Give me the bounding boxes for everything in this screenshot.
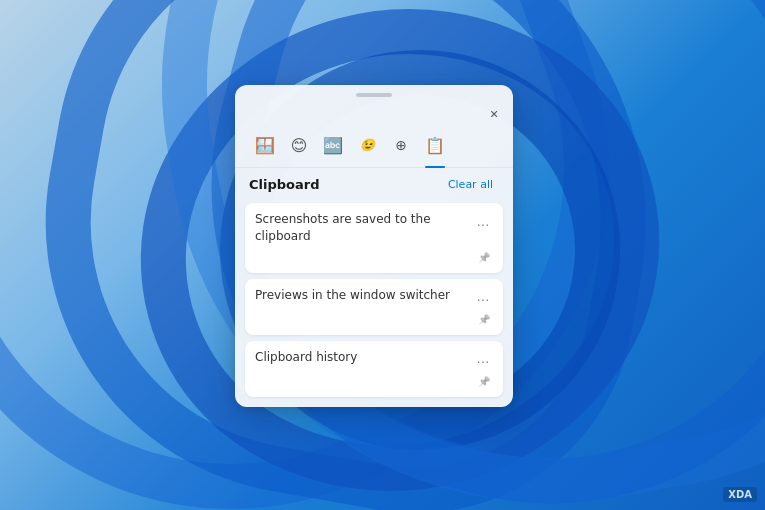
item-top-row: Clipboard history … [255,349,493,369]
item-bottom-row [255,249,493,267]
tab-symbols-icon[interactable]: ⊕ [385,129,417,161]
panel-header: Clipboard Clear all [235,168,513,199]
item-top-row: Screenshots are saved to the clipboard … [255,211,493,245]
drag-indicator [356,93,392,97]
tab-emoji-icon[interactable]: 😊 [283,129,315,161]
clipboard-items-list: Screenshots are saved to the clipboard …… [235,199,513,407]
clipboard-item[interactable]: Clipboard history … [245,341,503,397]
pin-button[interactable] [475,249,493,267]
clipboard-panel: ✕ 🪟 😊 🔤 😉 ⊕ 📋 Clipboard Clear all Screen… [235,85,513,407]
clipboard-item[interactable]: Previews in the window switcher … [245,279,503,335]
tab-clipboard-icon[interactable]: 🪟 [249,129,281,161]
pin-icon [478,251,490,264]
pin-button[interactable] [475,311,493,329]
item-bottom-row [255,311,493,329]
tab-clipboard-active-icon[interactable]: 📋 [419,129,451,161]
tab-special-icon[interactable]: 😉 [351,129,383,161]
item-menu-button[interactable]: … [473,287,493,307]
pin-button[interactable] [475,373,493,391]
close-row: ✕ [235,101,513,125]
drag-bar [235,85,513,101]
item-menu-button[interactable]: … [473,349,493,369]
item-top-row: Previews in the window switcher … [255,287,493,307]
close-button[interactable]: ✕ [483,103,505,125]
item-menu-button[interactable]: … [473,211,493,231]
item-text: Screenshots are saved to the clipboard [255,211,469,245]
panel-title: Clipboard [249,177,319,192]
pin-icon [478,313,490,326]
xda-watermark: XDA [723,487,757,502]
panel-tabs: 🪟 😊 🔤 😉 ⊕ 📋 [235,125,513,168]
clipboard-item[interactable]: Screenshots are saved to the clipboard … [245,203,503,273]
item-text: Previews in the window switcher [255,287,469,304]
clear-all-button[interactable]: Clear all [442,176,499,193]
item-bottom-row [255,373,493,391]
tab-kaomoji-icon[interactable]: 🔤 [317,129,349,161]
item-text: Clipboard history [255,349,469,366]
pin-icon [478,375,490,388]
